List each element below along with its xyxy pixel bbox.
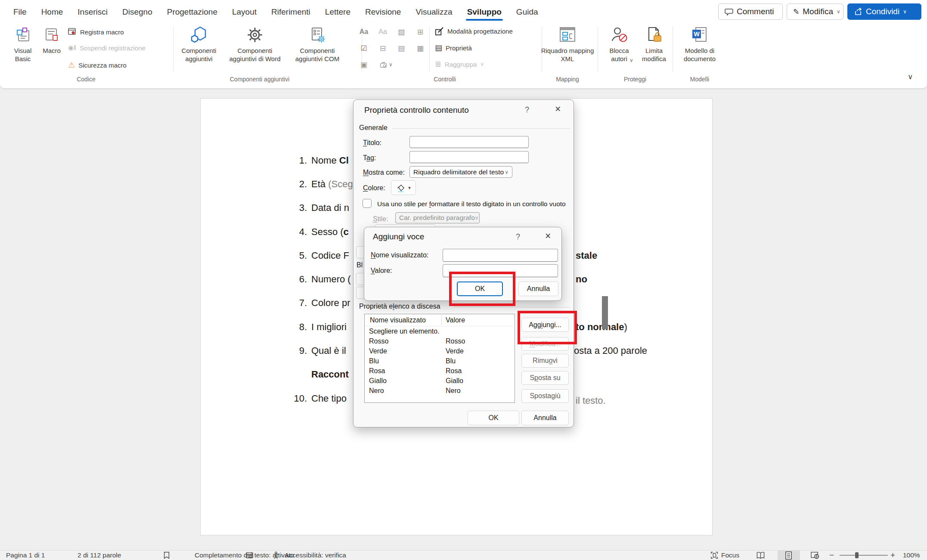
web-layout-button[interactable] xyxy=(811,551,819,560)
legacy-tools-icon[interactable]: ∨ xyxy=(377,59,396,71)
group-controls-button: ≣ Raggruppa ∨ xyxy=(435,59,484,69)
list-item[interactable]: Blu xyxy=(369,357,379,365)
block-authors-button[interactable]: Blocca autori ∨ xyxy=(602,25,636,63)
ok-button[interactable]: OK xyxy=(468,411,519,425)
colore-picker-button[interactable]: ▾ xyxy=(391,180,416,195)
list-item[interactable]: Rosa xyxy=(369,367,385,375)
list-item[interactable]: Scegliere un elemento. xyxy=(369,328,440,335)
list-item-value[interactable]: Nero xyxy=(446,387,461,395)
design-mode-button[interactable]: Modalità progettazione xyxy=(435,27,513,36)
ribbon-sviluppo: Visual Basic Macro Registra macro ◉‖ Sos… xyxy=(0,24,927,88)
date-picker-content-control-icon[interactable]: ▦ xyxy=(414,42,426,54)
titolo-input[interactable] xyxy=(409,136,529,148)
ribbon-tab-bar: File Home Inserisci Disegno Progettazion… xyxy=(0,0,927,24)
tab-lettere[interactable]: Lettere xyxy=(318,0,358,24)
repeating-section-content-control-icon[interactable]: ▣ xyxy=(358,59,370,71)
list-item[interactable]: Nero xyxy=(369,387,384,395)
editing-mode-button[interactable]: ✎ Modifica ∨ xyxy=(787,3,843,20)
print-layout-button[interactable] xyxy=(785,551,792,560)
mostra-come-value: Riquadro delimitatore del testo xyxy=(413,168,504,176)
word-addins-button[interactable]: Componenti aggiuntivi di Word xyxy=(227,25,283,63)
focus-mode-button[interactable]: Focus xyxy=(710,551,739,560)
gear-icon xyxy=(227,25,283,45)
macro-record-status-icon[interactable] xyxy=(246,551,254,560)
rimuovi-button[interactable]: Rimuovi xyxy=(521,354,569,368)
properties-button[interactable]: ▤ Proprietà xyxy=(435,43,472,53)
visual-basic-button[interactable]: Visual Basic xyxy=(9,25,36,63)
tab-file[interactable]: File xyxy=(6,0,34,24)
dropdown-items-listbox[interactable]: Nome visualizzato Valore Scegliere un el… xyxy=(364,314,515,403)
list-item-value[interactable]: Giallo xyxy=(446,377,463,385)
share-button[interactable]: Condividi ∨ xyxy=(847,3,921,20)
tab-layout[interactable]: Layout xyxy=(225,0,264,24)
list-item-value[interactable]: Rosso xyxy=(446,337,465,345)
tab-revisione[interactable]: Revisione xyxy=(358,0,408,24)
tab-guida[interactable]: Guida xyxy=(509,0,546,24)
help-icon[interactable]: ? xyxy=(525,105,529,114)
group-label-proteggi: Proteggi xyxy=(601,76,670,83)
zoom-in-button[interactable]: + xyxy=(890,551,895,560)
list-item-value[interactable]: Blu xyxy=(446,357,456,365)
macro-security-button[interactable]: ⚠ Sicurezza macro xyxy=(68,60,127,70)
list-item[interactable]: Giallo xyxy=(369,377,387,385)
page-indicator[interactable]: Pagina 1 di 1 xyxy=(6,551,45,560)
tab-riferimenti[interactable]: Riferimenti xyxy=(264,0,318,24)
zoom-level[interactable]: 100% xyxy=(903,551,920,560)
sposta-giu-button[interactable]: Sposta giù xyxy=(521,389,569,403)
zoom-slider-handle[interactable] xyxy=(855,552,859,558)
annulla-button[interactable]: Annulla xyxy=(518,282,558,296)
xml-mapping-pane-button[interactable]: Riquadro mapping XML xyxy=(539,25,595,63)
checkbox-content-control-icon[interactable]: ☑ xyxy=(358,42,370,54)
list-item-value[interactable]: Rosa xyxy=(446,367,462,375)
list-item[interactable]: Rosso xyxy=(369,337,388,345)
annulla-button[interactable]: Annulla xyxy=(521,411,569,425)
document-template-button[interactable]: W Modello di documento xyxy=(680,25,719,63)
sposta-su-button[interactable]: Sposta su xyxy=(521,371,569,385)
zoom-out-button[interactable]: − xyxy=(829,551,834,560)
accessibility-icon[interactable] xyxy=(272,551,280,560)
word-count[interactable]: 2 di 112 parole xyxy=(78,551,121,560)
doc-text-fragment: il testo. xyxy=(576,395,606,406)
tab-inserisci[interactable]: Inserisci xyxy=(70,0,115,24)
tab-progettazione[interactable]: Progettazione xyxy=(160,0,225,24)
collapse-ribbon-chevron[interactable]: ∨ xyxy=(908,72,913,81)
chevron-down-icon: ∨ xyxy=(505,169,508,175)
read-mode-button[interactable] xyxy=(756,551,765,560)
help-icon[interactable]: ? xyxy=(516,232,520,241)
content-control-handle[interactable] xyxy=(602,296,608,329)
dropdown-list-content-control-icon[interactable]: ▤ xyxy=(395,42,407,54)
zoom-slider-track[interactable] xyxy=(840,555,888,556)
rich-text-content-control-icon[interactable]: Aa xyxy=(358,26,370,38)
combo-box-content-control-icon[interactable]: ⊟ xyxy=(377,42,389,54)
column-header-valore[interactable]: Valore xyxy=(446,316,465,324)
tab-home[interactable]: Home xyxy=(34,0,71,24)
picture-content-control-icon[interactable]: ▧ xyxy=(395,26,407,38)
comments-button[interactable]: Commenti xyxy=(718,3,783,20)
building-block-gallery-icon[interactable]: ⊞ xyxy=(414,26,426,38)
proofing-icon[interactable] xyxy=(163,551,171,560)
tag-input[interactable] xyxy=(409,151,529,163)
accessibility-status[interactable]: Accessibilità: verifica xyxy=(285,551,346,560)
mostra-come-select[interactable]: Riquadro delimitatore del testo ∨ xyxy=(409,166,512,178)
group-label-componenti-aggiuntivi: Componenti aggiuntivi xyxy=(217,76,303,83)
chevron-down-icon: ∨ xyxy=(629,56,633,65)
tab-sviluppo-active[interactable]: Sviluppo xyxy=(460,0,509,24)
tab-visualizza[interactable]: Visualizza xyxy=(408,0,459,24)
column-header-nome[interactable]: Nome visualizzato xyxy=(370,316,426,324)
record-macro-button[interactable]: Registra macro xyxy=(68,28,124,36)
tab-disegno[interactable]: Disegno xyxy=(115,0,160,24)
blocco-label-fragment: Bl xyxy=(357,261,364,269)
list-item[interactable]: Verde xyxy=(369,347,387,355)
nome-visualizzato-input[interactable] xyxy=(443,249,558,262)
plain-text-content-control-icon[interactable]: Aa xyxy=(377,26,389,38)
addins-button[interactable]: Componenti aggiuntivi xyxy=(171,25,227,63)
macro-button[interactable]: Macro xyxy=(39,25,65,55)
close-icon[interactable]: × xyxy=(555,104,561,114)
close-icon[interactable]: × xyxy=(545,231,551,241)
properties-icon: ▤ xyxy=(435,43,442,53)
restrict-editing-button[interactable]: Limita modifica xyxy=(636,25,672,63)
list-item-value[interactable]: Verde xyxy=(446,347,464,355)
addins-label: Componenti aggiuntivi xyxy=(171,46,227,63)
com-addins-button[interactable]: Componenti aggiuntivi COM xyxy=(289,25,345,63)
usa-stile-checkbox[interactable] xyxy=(363,199,372,208)
